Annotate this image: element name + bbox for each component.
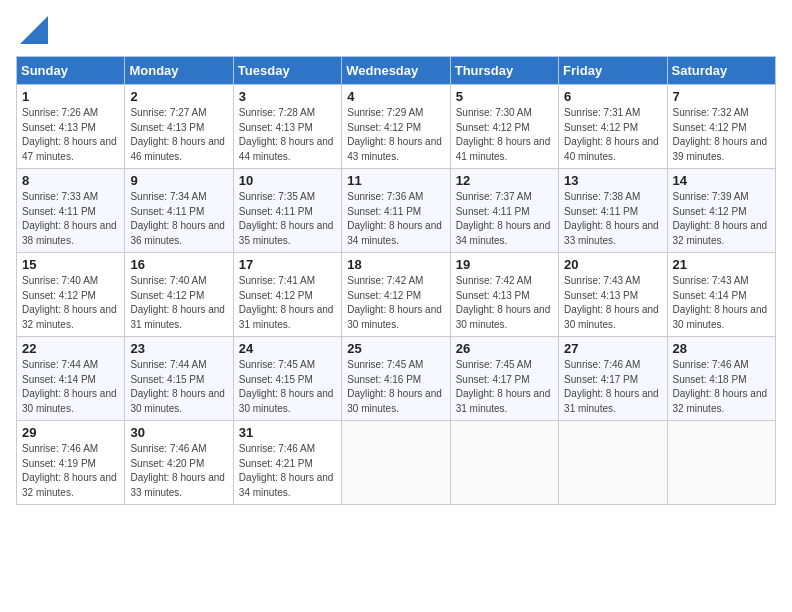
calendar-cell [450, 421, 558, 505]
day-number: 6 [564, 89, 661, 104]
calendar-cell: 5Sunrise: 7:30 AMSunset: 4:12 PMDaylight… [450, 85, 558, 169]
day-info: Sunrise: 7:37 AMSunset: 4:11 PMDaylight:… [456, 190, 553, 248]
header-thursday: Thursday [450, 57, 558, 85]
day-info: Sunrise: 7:46 AMSunset: 4:21 PMDaylight:… [239, 442, 336, 500]
day-number: 26 [456, 341, 553, 356]
day-number: 7 [673, 89, 770, 104]
day-info: Sunrise: 7:26 AMSunset: 4:13 PMDaylight:… [22, 106, 119, 164]
calendar-cell: 17Sunrise: 7:41 AMSunset: 4:12 PMDayligh… [233, 253, 341, 337]
header-sunday: Sunday [17, 57, 125, 85]
calendar-cell: 23Sunrise: 7:44 AMSunset: 4:15 PMDayligh… [125, 337, 233, 421]
day-number: 21 [673, 257, 770, 272]
calendar-cell: 28Sunrise: 7:46 AMSunset: 4:18 PMDayligh… [667, 337, 775, 421]
calendar-week-row: 15Sunrise: 7:40 AMSunset: 4:12 PMDayligh… [17, 253, 776, 337]
calendar-cell: 22Sunrise: 7:44 AMSunset: 4:14 PMDayligh… [17, 337, 125, 421]
day-info: Sunrise: 7:27 AMSunset: 4:13 PMDaylight:… [130, 106, 227, 164]
logo [16, 16, 48, 44]
day-info: Sunrise: 7:42 AMSunset: 4:13 PMDaylight:… [456, 274, 553, 332]
day-info: Sunrise: 7:35 AMSunset: 4:11 PMDaylight:… [239, 190, 336, 248]
day-number: 25 [347, 341, 444, 356]
day-info: Sunrise: 7:43 AMSunset: 4:14 PMDaylight:… [673, 274, 770, 332]
day-number: 11 [347, 173, 444, 188]
day-info: Sunrise: 7:31 AMSunset: 4:12 PMDaylight:… [564, 106, 661, 164]
calendar-cell: 2Sunrise: 7:27 AMSunset: 4:13 PMDaylight… [125, 85, 233, 169]
day-info: Sunrise: 7:36 AMSunset: 4:11 PMDaylight:… [347, 190, 444, 248]
calendar-cell [667, 421, 775, 505]
calendar-cell: 27Sunrise: 7:46 AMSunset: 4:17 PMDayligh… [559, 337, 667, 421]
day-number: 16 [130, 257, 227, 272]
day-number: 27 [564, 341, 661, 356]
day-number: 3 [239, 89, 336, 104]
calendar-week-row: 29Sunrise: 7:46 AMSunset: 4:19 PMDayligh… [17, 421, 776, 505]
calendar-table: SundayMondayTuesdayWednesdayThursdayFrid… [16, 56, 776, 505]
day-info: Sunrise: 7:45 AMSunset: 4:16 PMDaylight:… [347, 358, 444, 416]
day-number: 13 [564, 173, 661, 188]
day-number: 19 [456, 257, 553, 272]
calendar-cell: 30Sunrise: 7:46 AMSunset: 4:20 PMDayligh… [125, 421, 233, 505]
day-number: 31 [239, 425, 336, 440]
calendar-cell: 29Sunrise: 7:46 AMSunset: 4:19 PMDayligh… [17, 421, 125, 505]
calendar-cell: 1Sunrise: 7:26 AMSunset: 4:13 PMDaylight… [17, 85, 125, 169]
calendar-week-row: 1Sunrise: 7:26 AMSunset: 4:13 PMDaylight… [17, 85, 776, 169]
header-friday: Friday [559, 57, 667, 85]
calendar-cell: 4Sunrise: 7:29 AMSunset: 4:12 PMDaylight… [342, 85, 450, 169]
calendar-cell: 11Sunrise: 7:36 AMSunset: 4:11 PMDayligh… [342, 169, 450, 253]
day-info: Sunrise: 7:44 AMSunset: 4:14 PMDaylight:… [22, 358, 119, 416]
day-info: Sunrise: 7:29 AMSunset: 4:12 PMDaylight:… [347, 106, 444, 164]
day-info: Sunrise: 7:46 AMSunset: 4:17 PMDaylight:… [564, 358, 661, 416]
day-number: 10 [239, 173, 336, 188]
calendar-cell: 20Sunrise: 7:43 AMSunset: 4:13 PMDayligh… [559, 253, 667, 337]
day-info: Sunrise: 7:45 AMSunset: 4:17 PMDaylight:… [456, 358, 553, 416]
header-wednesday: Wednesday [342, 57, 450, 85]
day-number: 17 [239, 257, 336, 272]
day-number: 2 [130, 89, 227, 104]
calendar-cell: 7Sunrise: 7:32 AMSunset: 4:12 PMDaylight… [667, 85, 775, 169]
calendar-cell: 15Sunrise: 7:40 AMSunset: 4:12 PMDayligh… [17, 253, 125, 337]
calendar-cell: 24Sunrise: 7:45 AMSunset: 4:15 PMDayligh… [233, 337, 341, 421]
day-number: 20 [564, 257, 661, 272]
day-number: 23 [130, 341, 227, 356]
day-number: 18 [347, 257, 444, 272]
day-info: Sunrise: 7:46 AMSunset: 4:18 PMDaylight:… [673, 358, 770, 416]
day-info: Sunrise: 7:38 AMSunset: 4:11 PMDaylight:… [564, 190, 661, 248]
day-number: 24 [239, 341, 336, 356]
day-info: Sunrise: 7:46 AMSunset: 4:19 PMDaylight:… [22, 442, 119, 500]
calendar-week-row: 8Sunrise: 7:33 AMSunset: 4:11 PMDaylight… [17, 169, 776, 253]
day-info: Sunrise: 7:46 AMSunset: 4:20 PMDaylight:… [130, 442, 227, 500]
calendar-cell: 6Sunrise: 7:31 AMSunset: 4:12 PMDaylight… [559, 85, 667, 169]
calendar-cell: 31Sunrise: 7:46 AMSunset: 4:21 PMDayligh… [233, 421, 341, 505]
day-number: 9 [130, 173, 227, 188]
day-info: Sunrise: 7:45 AMSunset: 4:15 PMDaylight:… [239, 358, 336, 416]
calendar-cell: 13Sunrise: 7:38 AMSunset: 4:11 PMDayligh… [559, 169, 667, 253]
calendar-cell: 21Sunrise: 7:43 AMSunset: 4:14 PMDayligh… [667, 253, 775, 337]
calendar-cell: 26Sunrise: 7:45 AMSunset: 4:17 PMDayligh… [450, 337, 558, 421]
calendar-cell: 3Sunrise: 7:28 AMSunset: 4:13 PMDaylight… [233, 85, 341, 169]
day-number: 4 [347, 89, 444, 104]
day-number: 8 [22, 173, 119, 188]
calendar-cell: 16Sunrise: 7:40 AMSunset: 4:12 PMDayligh… [125, 253, 233, 337]
day-info: Sunrise: 7:33 AMSunset: 4:11 PMDaylight:… [22, 190, 119, 248]
page-header [16, 16, 776, 44]
calendar-cell: 18Sunrise: 7:42 AMSunset: 4:12 PMDayligh… [342, 253, 450, 337]
logo-icon [20, 16, 48, 44]
header-saturday: Saturday [667, 57, 775, 85]
day-info: Sunrise: 7:40 AMSunset: 4:12 PMDaylight:… [130, 274, 227, 332]
day-number: 15 [22, 257, 119, 272]
calendar-header-row: SundayMondayTuesdayWednesdayThursdayFrid… [17, 57, 776, 85]
day-info: Sunrise: 7:41 AMSunset: 4:12 PMDaylight:… [239, 274, 336, 332]
day-number: 1 [22, 89, 119, 104]
day-number: 30 [130, 425, 227, 440]
day-info: Sunrise: 7:34 AMSunset: 4:11 PMDaylight:… [130, 190, 227, 248]
day-info: Sunrise: 7:43 AMSunset: 4:13 PMDaylight:… [564, 274, 661, 332]
day-number: 14 [673, 173, 770, 188]
day-number: 12 [456, 173, 553, 188]
day-number: 29 [22, 425, 119, 440]
day-info: Sunrise: 7:40 AMSunset: 4:12 PMDaylight:… [22, 274, 119, 332]
day-info: Sunrise: 7:39 AMSunset: 4:12 PMDaylight:… [673, 190, 770, 248]
header-tuesday: Tuesday [233, 57, 341, 85]
calendar-cell [559, 421, 667, 505]
calendar-cell: 12Sunrise: 7:37 AMSunset: 4:11 PMDayligh… [450, 169, 558, 253]
day-number: 22 [22, 341, 119, 356]
day-info: Sunrise: 7:28 AMSunset: 4:13 PMDaylight:… [239, 106, 336, 164]
day-info: Sunrise: 7:42 AMSunset: 4:12 PMDaylight:… [347, 274, 444, 332]
